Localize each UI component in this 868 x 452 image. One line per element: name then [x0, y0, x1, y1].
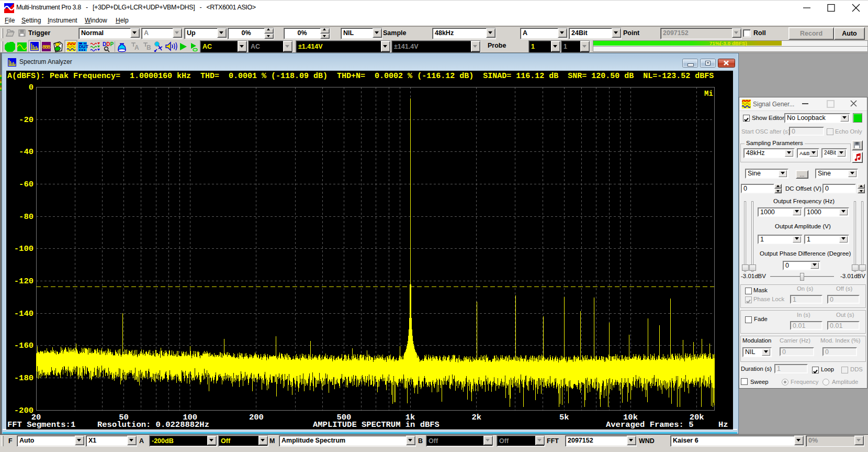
svg-text:A: A — [134, 44, 139, 51]
svg-text:-180: -180 — [14, 373, 33, 383]
svg-text:Mi: Mi — [704, 90, 713, 98]
svg-text:-60: -60 — [19, 180, 33, 189]
svg-text:-40: -40 — [19, 147, 33, 157]
svg-text:-200: -200 — [14, 406, 33, 415]
svg-text:FFT Segments:1: FFT Segments:1 — [7, 420, 75, 429]
svg-text:-80: -80 — [19, 212, 33, 222]
svg-text:-20: -20 — [19, 115, 33, 125]
svg-text:-100: -100 — [14, 244, 33, 253]
svg-text:-120: -120 — [14, 277, 33, 286]
svg-text:888: 888 — [42, 44, 51, 50]
svg-text:DDP: DDP — [103, 41, 114, 47]
svg-text:0: 0 — [29, 83, 33, 92]
svg-text:Averaged Frames: 5: Averaged Frames: 5 — [606, 420, 693, 429]
svg-text:-160: -160 — [14, 341, 33, 350]
svg-text:AMPLITUDE SPECTRUM in dBFS: AMPLITUDE SPECTRUM in dBFS — [313, 420, 439, 429]
svg-text:200: 200 — [249, 413, 264, 422]
svg-text:+: + — [105, 48, 107, 51]
svg-text:Hz: Hz — [718, 420, 728, 429]
svg-text:2k: 2k — [471, 413, 481, 422]
svg-text:DUT: DUT — [79, 44, 89, 49]
svg-text:Resolution: 0.0228882Hz: Resolution: 0.0228882Hz — [97, 420, 209, 429]
svg-text:5k: 5k — [559, 413, 569, 422]
svg-text:B: B — [146, 44, 151, 51]
svg-text:-140: -140 — [14, 309, 33, 318]
